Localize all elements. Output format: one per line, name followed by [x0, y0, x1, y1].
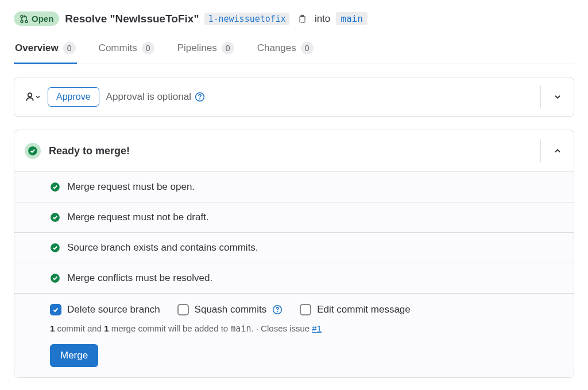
collapse-merge-button[interactable]: [540, 139, 563, 162]
ready-status-icon: [25, 143, 41, 159]
checkbox-icon: [300, 304, 311, 315]
svg-rect-4: [301, 15, 303, 17]
help-icon[interactable]: [272, 305, 283, 315]
merge-summary: 1 commit and 1 merge commit will be adde…: [14, 318, 574, 336]
tab-label: Pipelines: [177, 42, 217, 54]
option-label: Edit commit message: [317, 304, 411, 315]
check-item: Merge request must be open.: [14, 171, 574, 202]
mr-title: Resolve "NewIssueToFix": [65, 13, 199, 25]
tab-count: 0: [63, 42, 76, 54]
check-text: Merge conflicts must be resolved.: [67, 272, 212, 284]
approve-button[interactable]: Approve: [48, 87, 99, 107]
check-item: Source branch exists and contains commit…: [14, 232, 574, 263]
tab-count: 0: [301, 42, 314, 54]
tab-changes[interactable]: Changes 0: [256, 35, 315, 64]
check-text: Merge request must be open.: [67, 181, 195, 193]
mr-header: Open Resolve "NewIssueToFix" 1-newissuet…: [14, 11, 574, 26]
merge-action-row: Merge: [14, 336, 574, 377]
option-label: Squash commits: [195, 304, 267, 315]
checkbox-icon: [50, 304, 61, 315]
merge-options: Delete source branch Squash commits Edit…: [14, 293, 574, 318]
closes-issue-link[interactable]: #1: [312, 323, 322, 333]
delete-source-checkbox[interactable]: Delete source branch: [50, 304, 160, 315]
merge-panel: Ready to merge! Merge request must be op…: [14, 130, 574, 378]
into-label: into: [315, 13, 330, 25]
svg-point-14: [277, 311, 278, 312]
checkbox-icon: [177, 304, 189, 315]
tab-label: Changes: [257, 42, 296, 54]
status-badge: Open: [14, 11, 59, 26]
approvers-dropdown[interactable]: [25, 92, 41, 102]
tab-pipelines[interactable]: Pipelines 0: [176, 35, 235, 64]
merge-header: Ready to merge!: [14, 130, 574, 171]
help-icon[interactable]: [195, 92, 205, 102]
chevron-up-icon: [553, 146, 562, 155]
check-text: Merge request must not be draft.: [67, 212, 209, 223]
tabs: Overview 0 Commits 0 Pipelines 0 Changes…: [14, 35, 574, 64]
person-icon: [25, 92, 35, 102]
approval-panel: Approve Approval is optional: [14, 77, 574, 117]
check-circle-icon: [50, 243, 60, 253]
tab-overview[interactable]: Overview 0: [14, 35, 77, 64]
source-branch[interactable]: 1-newissuetofix: [204, 13, 289, 25]
check-text: Source branch exists and contains commit…: [67, 242, 258, 253]
chevron-down-icon: [553, 92, 562, 102]
check-circle-icon: [50, 182, 60, 192]
svg-point-2: [25, 20, 28, 22]
svg-point-1: [21, 20, 23, 22]
check-item: Merge conflicts must be resolved.: [14, 263, 574, 293]
svg-point-0: [21, 15, 23, 17]
tab-label: Overview: [15, 42, 59, 54]
merge-button[interactable]: Merge: [50, 344, 98, 367]
svg-point-7: [199, 98, 200, 99]
check-item: Merge request must not be draft.: [14, 202, 574, 232]
target-branch[interactable]: main: [336, 12, 368, 25]
check-circle-icon: [50, 212, 60, 223]
ready-title: Ready to merge!: [49, 145, 130, 157]
approval-optional-text: Approval is optional: [106, 91, 205, 103]
option-label: Delete source branch: [67, 304, 160, 315]
caret-down-icon: [35, 94, 41, 100]
tab-count: 0: [142, 42, 154, 54]
expand-approval-button[interactable]: [540, 85, 563, 108]
check-circle-icon: [50, 273, 60, 283]
tab-count: 0: [222, 42, 234, 54]
tab-commits[interactable]: Commits 0: [98, 35, 156, 64]
squash-commits-checkbox[interactable]: Squash commits: [177, 304, 283, 315]
svg-point-5: [28, 93, 32, 97]
check-circle-icon: [28, 146, 38, 156]
merge-request-icon: [20, 14, 29, 24]
tab-label: Commits: [99, 42, 137, 54]
clipboard-icon: [297, 14, 307, 24]
edit-commit-message-checkbox[interactable]: Edit commit message: [300, 304, 411, 315]
status-text: Open: [32, 14, 53, 24]
copy-branch-button[interactable]: [295, 12, 309, 26]
